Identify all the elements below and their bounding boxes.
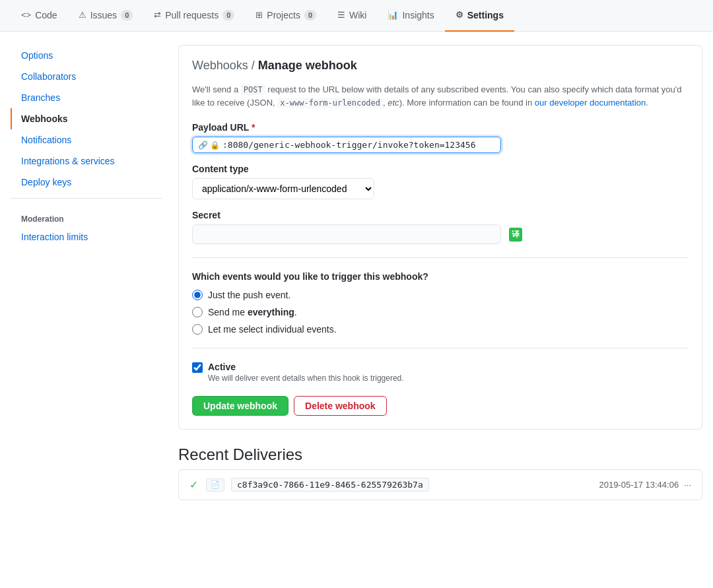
- main-content: Webhooks / Manage webhook We'll send a P…: [178, 45, 702, 500]
- nav-settings-label: Settings: [467, 10, 504, 20]
- sidebar-item-collaborators[interactable]: Collaborators: [11, 66, 162, 87]
- post-code: POST: [241, 84, 265, 95]
- wiki-icon: ☰: [337, 10, 345, 20]
- pr-icon: ⇄: [154, 10, 161, 20]
- section-divider-2: [192, 348, 689, 348]
- content-type-group: Content type application/x-www-form-urle…: [192, 164, 689, 199]
- events-question: Which events would you like to trigger t…: [192, 271, 689, 282]
- radio-individual[interactable]: Let me select individual events.: [192, 324, 689, 335]
- issues-badge: 0: [121, 10, 133, 20]
- sidebar: Options Collaborators Branches Webhooks …: [11, 45, 162, 500]
- lock-icon: 🔒: [210, 141, 220, 150]
- link-icon: 🔗: [198, 141, 208, 150]
- nav-issues[interactable]: ⚠ Issues 0: [68, 0, 144, 32]
- projects-badge: 0: [304, 10, 316, 20]
- docs-link[interactable]: our developer documentation: [535, 98, 646, 108]
- nav-pull-requests[interactable]: ⇄ Pull requests 0: [143, 0, 245, 32]
- active-checkbox-label[interactable]: Active We will deliver event details whe…: [192, 362, 689, 383]
- active-description: We will deliver event details when this …: [208, 374, 404, 383]
- radio-push[interactable]: Just the push event.: [192, 290, 689, 300]
- radio-individual-label: Let me select individual events.: [208, 324, 337, 335]
- issues-icon: ⚠: [79, 10, 86, 20]
- payload-url-label: Payload URL *: [192, 122, 689, 133]
- nav-pr-label: Pull requests: [165, 10, 219, 20]
- nav-insights[interactable]: 📊 Insights: [377, 0, 444, 32]
- form-urlencoded-code: x-www-form-urlencoded: [277, 98, 383, 108]
- nav-code-label: Code: [35, 10, 57, 20]
- sidebar-item-webhooks[interactable]: Webhooks: [11, 108, 162, 129]
- content-type-label: Content type: [192, 164, 689, 174]
- secret-label: Secret: [192, 210, 689, 220]
- radio-everything-input[interactable]: [192, 307, 203, 317]
- top-nav: <> Code ⚠ Issues 0 ⇄ Pull requests 0 ⊞ P…: [0, 0, 713, 32]
- nav-wiki[interactable]: ☰ Wiki: [327, 0, 377, 32]
- nav-wiki-label: Wiki: [349, 10, 366, 20]
- projects-icon: ⊞: [255, 10, 263, 20]
- radio-everything[interactable]: Send me everything.: [192, 307, 689, 317]
- nav-code[interactable]: <> Code: [11, 0, 68, 32]
- sidebar-item-options[interactable]: Options: [11, 45, 162, 66]
- radio-push-label: Just the push event.: [208, 290, 290, 300]
- page-layout: Options Collaborators Branches Webhooks …: [0, 32, 713, 513]
- payload-url-icons: 🔗 🔒: [198, 141, 220, 150]
- page-title: Manage webhook: [258, 59, 357, 72]
- nav-insights-label: Insights: [402, 10, 434, 20]
- radio-push-input[interactable]: [192, 290, 203, 300]
- nav-settings[interactable]: ⚙ Settings: [445, 0, 514, 32]
- payload-url-input[interactable]: [222, 140, 495, 150]
- insights-icon: 📊: [388, 10, 398, 20]
- radio-individual-input[interactable]: [192, 324, 203, 335]
- active-checkbox-group: Active We will deliver event details whe…: [192, 362, 689, 383]
- events-group: Which events would you like to trigger t…: [192, 271, 689, 335]
- delivery-row[interactable]: ✓ 📄 c8f3a9c0-7866-11e9-8465-625579263b7a…: [179, 470, 702, 500]
- active-checkbox-content: Active We will deliver event details whe…: [208, 362, 404, 383]
- delivery-timestamp: 2019-05-17 13:44:06: [599, 480, 679, 490]
- update-webhook-button[interactable]: Update webhook: [192, 396, 289, 416]
- code-icon: <>: [21, 10, 31, 20]
- nav-projects[interactable]: ⊞ Projects 0: [245, 0, 327, 32]
- deliveries-card: ✓ 📄 c8f3a9c0-7866-11e9-8465-625579263b7a…: [178, 469, 702, 500]
- info-text: We'll send a POST request to the URL bel…: [192, 83, 689, 109]
- active-label: Active: [208, 362, 404, 372]
- nav-issues-label: Issues: [90, 10, 117, 20]
- nav-projects-label: Projects: [267, 10, 300, 20]
- sidebar-item-interaction-limits[interactable]: Interaction limits: [11, 226, 162, 247]
- sidebar-item-notifications[interactable]: Notifications: [11, 129, 162, 150]
- settings-icon: ⚙: [456, 10, 463, 20]
- sidebar-item-integrations[interactable]: Integrations & services: [11, 150, 162, 172]
- manage-webhook-card: Webhooks / Manage webhook We'll send a P…: [178, 45, 702, 430]
- radio-everything-label: Send me everything.: [208, 307, 297, 317]
- delivery-id: c8f3a9c0-7866-11e9-8465-625579263b7a: [231, 478, 429, 492]
- delete-webhook-button[interactable]: Delete webhook: [294, 396, 387, 416]
- section-divider-1: [192, 257, 689, 258]
- delivery-more-button[interactable]: ···: [684, 480, 691, 490]
- translate-badge: 译: [509, 228, 522, 242]
- content-type-select[interactable]: application/x-www-form-urlencoded applic…: [192, 178, 374, 199]
- breadcrumb: Webhooks /: [192, 59, 255, 72]
- payload-url-wrapper: 🔗 🔒: [192, 137, 501, 153]
- sidebar-divider: [11, 198, 162, 199]
- payload-url-group: Payload URL * 🔗 🔒: [192, 122, 689, 153]
- delivery-doc-icon: 📄: [206, 478, 224, 492]
- active-checkbox-input[interactable]: [192, 362, 203, 373]
- secret-group: Secret 译: [192, 210, 689, 244]
- card-header: Webhooks / Manage webhook: [192, 59, 689, 73]
- required-marker: *: [252, 122, 255, 133]
- pr-badge: 0: [222, 10, 234, 20]
- recent-deliveries-title: Recent Deliveries: [178, 445, 702, 464]
- sidebar-item-branches[interactable]: Branches: [11, 87, 162, 108]
- moderation-section-label: Moderation: [11, 209, 162, 226]
- radio-group: Just the push event. Send me everything.…: [192, 290, 689, 335]
- sidebar-item-deploy-keys[interactable]: Deploy keys: [11, 172, 162, 193]
- action-buttons: Update webhook Delete webhook: [192, 396, 689, 416]
- secret-input[interactable]: [192, 224, 501, 244]
- delivery-status-icon: ✓: [189, 478, 198, 491]
